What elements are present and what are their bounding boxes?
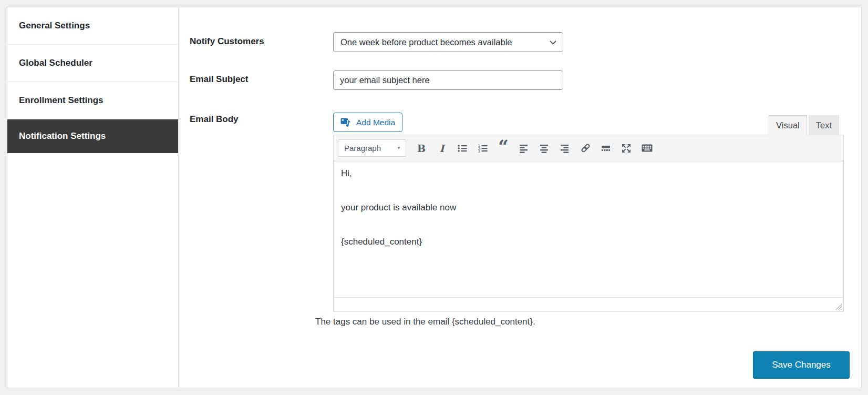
settings-panel: General Settings Global Scheduler Enroll… — [7, 7, 862, 388]
tab-text-label: Text — [816, 120, 832, 130]
bold-button[interactable]: B — [412, 139, 431, 157]
blockquote-icon: “ — [498, 144, 509, 153]
save-changes-button[interactable]: Save Changes — [753, 351, 850, 379]
sidebar-item-label: General Settings — [19, 21, 90, 31]
sidebar-item-enrollment-settings[interactable]: Enrollment Settings — [7, 82, 178, 119]
italic-button[interactable]: I — [432, 139, 451, 157]
sidebar-item-general-settings[interactable]: General Settings — [7, 7, 178, 45]
tab-visual-label: Visual — [776, 120, 800, 130]
svg-text:3: 3 — [478, 149, 480, 153]
settings-content: Notify Customers One week before product… — [179, 7, 861, 388]
media-icon — [340, 118, 352, 127]
settings-sidebar: General Settings Global Scheduler Enroll… — [7, 7, 179, 388]
add-media-label: Add Media — [356, 118, 395, 127]
sidebar-item-label: Global Scheduler — [19, 58, 92, 68]
align-left-button[interactable] — [514, 139, 533, 157]
add-media-button[interactable]: Add Media — [333, 113, 402, 132]
align-right-button[interactable] — [555, 139, 574, 157]
numbered-list-icon: 1 2 3 — [478, 144, 488, 153]
editor-content-area[interactable]: Hi, your product is available now {sched… — [334, 161, 843, 297]
caret-down-icon: ▼ — [397, 146, 401, 150]
read-more-icon — [601, 144, 611, 153]
email-body-editor: Add Media Visual Text Paragraph ▼ — [333, 112, 844, 312]
editor-top-bar: Add Media Visual Text — [333, 112, 844, 135]
email-subject-label: Email Subject — [190, 74, 248, 85]
numbered-list-button[interactable]: 1 2 3 — [473, 139, 492, 157]
toolbar-toggle-button[interactable] — [637, 139, 656, 157]
align-right-icon — [561, 144, 570, 153]
blockquote-button[interactable]: “ — [494, 139, 513, 157]
insert-link-button[interactable] — [576, 139, 595, 157]
editor-mode-tabs: Visual Text — [769, 115, 839, 135]
sidebar-item-global-scheduler[interactable]: Global Scheduler — [7, 45, 178, 82]
align-left-icon — [520, 144, 529, 153]
italic-icon: I — [440, 143, 445, 154]
bold-icon: B — [417, 143, 426, 154]
read-more-button[interactable] — [596, 139, 615, 157]
fullscreen-button[interactable] — [617, 139, 636, 157]
email-body-label: Email Body — [190, 114, 239, 125]
resize-grip-icon[interactable] — [835, 303, 842, 310]
sidebar-item-label: Notification Settings — [19, 131, 106, 141]
tab-text[interactable]: Text — [809, 115, 839, 135]
notify-customers-select[interactable]: One week before product becomes availabl… — [333, 32, 563, 52]
editor-paragraph: {scheduled_content} — [341, 236, 836, 248]
bulleted-list-button[interactable] — [453, 139, 472, 157]
email-body-helper-text: The tags can be used in the email {sched… — [315, 317, 535, 327]
align-center-icon — [540, 144, 549, 153]
link-icon — [581, 143, 591, 153]
align-center-button[interactable] — [535, 139, 554, 157]
editor-paragraph: your product is available now — [341, 201, 836, 214]
editor-status-bar — [334, 297, 843, 311]
editor-frame: Paragraph ▼ B I — [333, 135, 844, 312]
editor-toolbar: Paragraph ▼ B I — [334, 135, 843, 161]
paragraph-format-dropdown[interactable]: Paragraph ▼ — [338, 139, 406, 157]
notify-customers-select-wrap: One week before product becomes availabl… — [333, 32, 563, 52]
keyboard-icon — [642, 144, 653, 152]
paragraph-format-label: Paragraph — [344, 144, 381, 153]
sidebar-item-label: Enrollment Settings — [19, 95, 104, 106]
fullscreen-icon — [622, 144, 631, 153]
sidebar-item-notification-settings[interactable]: Notification Settings — [7, 119, 178, 153]
notify-customers-label: Notify Customers — [190, 36, 264, 47]
editor-paragraph: Hi, — [341, 167, 836, 180]
email-subject-input[interactable] — [333, 70, 563, 90]
bulleted-list-icon — [458, 144, 467, 153]
tab-visual[interactable]: Visual — [769, 115, 807, 135]
